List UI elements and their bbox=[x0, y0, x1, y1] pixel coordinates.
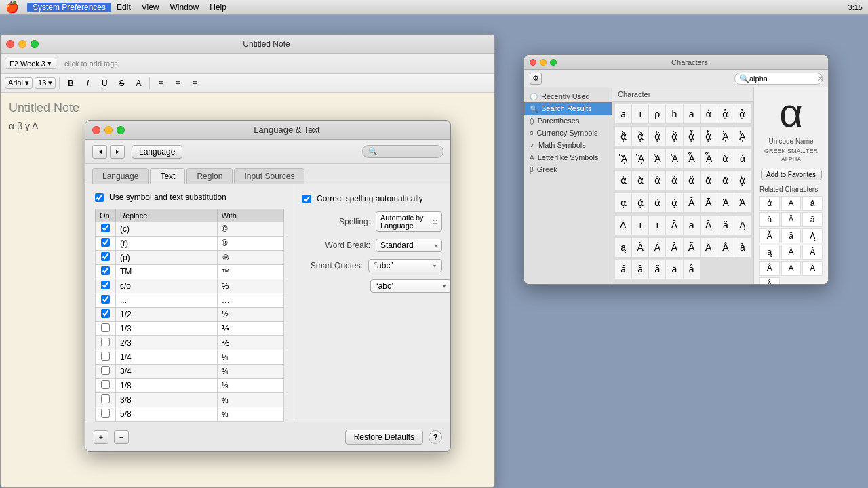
forward-btn[interactable]: ▸ bbox=[110, 145, 125, 159]
char-cell[interactable]: ᾉ bbox=[734, 127, 751, 146]
char-cell[interactable]: ά bbox=[701, 104, 717, 123]
align-right-btn[interactable]: ≡ bbox=[187, 77, 202, 90]
char-cell[interactable]: ã bbox=[649, 260, 665, 279]
char-cell[interactable]: ᾊ bbox=[615, 149, 631, 168]
char-cell[interactable]: ἃ bbox=[666, 171, 682, 190]
char-cell[interactable]: ᾄ bbox=[649, 127, 665, 146]
char-cell[interactable]: ᾳ bbox=[615, 193, 631, 212]
char-cell[interactable]: Ã bbox=[684, 238, 700, 257]
char-cell[interactable]: ά bbox=[734, 149, 751, 168]
related-char-cell[interactable]: ā bbox=[802, 212, 823, 227]
char-cell[interactable]: ἀ bbox=[615, 171, 631, 190]
char-cell[interactable]: ᾼ bbox=[615, 216, 631, 235]
restore-defaults-btn[interactable]: Restore Defaults bbox=[345, 430, 423, 445]
underline-btn[interactable]: U bbox=[97, 77, 112, 90]
char-cell[interactable]: ᾋ bbox=[632, 149, 648, 168]
char-cell[interactable]: ἁ bbox=[632, 171, 648, 190]
char-cell[interactable]: ᾌ bbox=[649, 149, 665, 168]
help-btn[interactable]: ? bbox=[429, 430, 442, 444]
sidebar-item-currency[interactable]: ¤ Currency Symbols bbox=[524, 127, 612, 139]
word-break-dropdown[interactable]: Standard ▾ bbox=[376, 239, 442, 252]
char-cell[interactable]: ι bbox=[649, 216, 665, 235]
char-cell[interactable]: ᾴ bbox=[632, 193, 648, 212]
menu-item-help[interactable]: Help bbox=[204, 3, 232, 12]
related-char-cell[interactable]: Å bbox=[760, 277, 780, 284]
lang-search[interactable]: 🔍 bbox=[362, 145, 443, 158]
char-cell[interactable]: ρ bbox=[649, 104, 665, 123]
char-cell[interactable]: á bbox=[615, 260, 631, 279]
chars-zoom-btn[interactable] bbox=[550, 59, 557, 66]
tab-language[interactable]: Language bbox=[92, 168, 149, 184]
correct-spelling-checkbox[interactable] bbox=[302, 195, 311, 203]
align-left-btn[interactable]: ≡ bbox=[153, 77, 168, 90]
char-cell[interactable]: Á bbox=[649, 238, 665, 257]
char-cell[interactable]: ą bbox=[615, 238, 631, 257]
font-select[interactable]: Arial ▾ bbox=[5, 77, 33, 89]
char-cell[interactable]: ᾇ bbox=[701, 127, 717, 146]
related-char-cell[interactable]: Α bbox=[781, 196, 802, 211]
char-cell[interactable]: Å bbox=[717, 238, 734, 257]
add-to-favorites-btn[interactable]: Add to Favorites bbox=[761, 169, 822, 180]
related-char-cell[interactable]: Ã bbox=[781, 261, 802, 276]
related-char-cell[interactable]: Á bbox=[802, 245, 823, 260]
related-char-cell[interactable]: ą bbox=[760, 245, 780, 260]
related-char-cell[interactable]: Ă bbox=[760, 228, 780, 243]
tab-region[interactable]: Region bbox=[186, 168, 233, 184]
lang-close-btn[interactable] bbox=[92, 126, 100, 134]
char-cell[interactable]: à bbox=[734, 238, 751, 257]
char-cell[interactable]: ἂ bbox=[649, 171, 665, 190]
sidebar-item-greek[interactable]: β Greek bbox=[524, 163, 612, 176]
char-cell[interactable]: a bbox=[684, 104, 700, 123]
char-cell[interactable]: Ά bbox=[734, 193, 751, 212]
align-center-btn[interactable]: ≡ bbox=[170, 77, 185, 90]
italic-btn[interactable]: I bbox=[80, 77, 95, 90]
smart-quotes-single-dropdown[interactable]: ‘abc’ ▾ bbox=[370, 279, 451, 293]
clear-search-icon[interactable]: ✕ bbox=[817, 74, 824, 83]
char-cell[interactable]: ᾅ bbox=[666, 127, 682, 146]
related-char-cell[interactable]: Ä bbox=[802, 261, 823, 276]
char-cell[interactable]: ᾱ bbox=[717, 171, 734, 190]
chars-close-btn[interactable] bbox=[530, 59, 536, 66]
char-cell[interactable]: ä bbox=[666, 260, 682, 279]
tab-input-sources[interactable]: Input Sources bbox=[234, 168, 304, 184]
spelling-dropdown[interactable]: Automatic by Language ⬡ bbox=[376, 211, 442, 232]
note-tag[interactable]: F2 Week 3 ▾ bbox=[5, 58, 56, 69]
tab-text[interactable]: Text bbox=[150, 168, 185, 184]
lang-zoom-btn[interactable] bbox=[117, 126, 125, 134]
apple-menu[interactable]: 🍎 bbox=[5, 1, 19, 14]
show-all-btn[interactable]: Language bbox=[132, 145, 182, 159]
add-row-btn[interactable]: + bbox=[94, 430, 108, 444]
char-cell[interactable]: ᾷ bbox=[666, 193, 682, 212]
back-btn[interactable]: ◂ bbox=[92, 145, 107, 159]
chars-gear-btn[interactable]: ⚙ bbox=[530, 73, 542, 85]
char-cell[interactable]: ᾆ bbox=[684, 127, 700, 146]
related-char-cell[interactable]: ά bbox=[760, 196, 780, 211]
related-char-cell[interactable]: À bbox=[781, 245, 802, 260]
sidebar-item-recently-used[interactable]: 🕐 Recently Used bbox=[524, 90, 612, 102]
char-cell[interactable]: ᾈ bbox=[717, 127, 734, 146]
char-cell[interactable]: Ą bbox=[734, 216, 751, 235]
char-cell[interactable]: Ă bbox=[701, 216, 717, 235]
bold-btn[interactable]: B bbox=[63, 77, 78, 90]
char-cell[interactable]: a bbox=[615, 104, 631, 123]
smart-quotes-dropdown[interactable]: “abc” ▾ bbox=[368, 259, 442, 272]
menu-item-edit[interactable]: Edit bbox=[111, 3, 136, 12]
menu-item-window[interactable]: Window bbox=[165, 3, 205, 12]
sidebar-item-letterlike[interactable]: A Letterlike Symbols bbox=[524, 151, 612, 163]
char-cell[interactable]: ι bbox=[632, 216, 648, 235]
char-cell[interactable]: ᾏ bbox=[701, 149, 717, 168]
char-cell[interactable]: ᾲ bbox=[734, 171, 751, 190]
char-cell[interactable]: ᾰ bbox=[701, 171, 717, 190]
char-cell[interactable]: À bbox=[632, 238, 648, 257]
char-cell[interactable]: ὰ bbox=[717, 149, 734, 168]
lang-min-btn[interactable] bbox=[104, 126, 113, 134]
char-cell[interactable]: ᾀ bbox=[717, 104, 734, 123]
char-cell[interactable]: å bbox=[684, 260, 700, 279]
close-btn[interactable] bbox=[6, 40, 14, 48]
zoom-btn[interactable] bbox=[31, 40, 39, 48]
add-tags[interactable]: click to add tags bbox=[59, 60, 123, 68]
subst-checkbox[interactable] bbox=[95, 193, 104, 202]
char-cell[interactable]: ᾂ bbox=[615, 127, 631, 146]
char-cell[interactable]: Ä bbox=[701, 238, 717, 257]
color-btn[interactable]: A bbox=[131, 77, 146, 90]
